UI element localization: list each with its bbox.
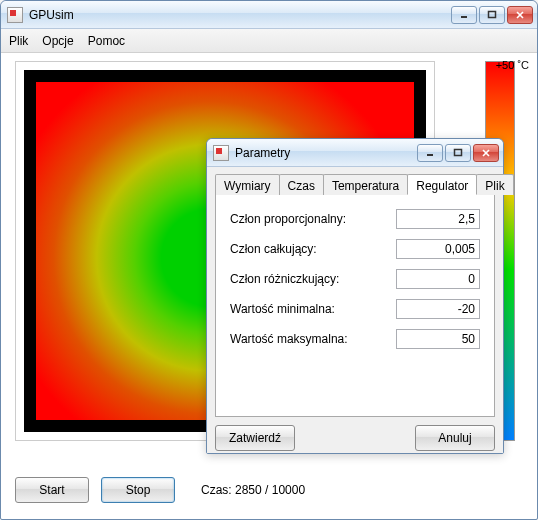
svg-rect-5	[455, 149, 462, 155]
tab-regulator[interactable]: Regulator	[407, 174, 477, 195]
tab-bar: Wymiary Czas Temperatura Regulator Plik	[215, 173, 495, 195]
input-proportional[interactable]	[396, 209, 480, 229]
app-icon	[7, 7, 23, 23]
tab-file[interactable]: Plik	[476, 174, 513, 195]
svg-rect-1	[489, 11, 496, 17]
label-proportional: Człon proporcjonalny:	[230, 212, 346, 226]
confirm-button[interactable]: Zatwierdź	[215, 425, 295, 451]
main-title: GPUsim	[29, 8, 451, 22]
minimize-button[interactable]	[451, 6, 477, 24]
dialog-icon	[213, 145, 229, 161]
maximize-button[interactable]	[479, 6, 505, 24]
tab-time[interactable]: Czas	[279, 174, 324, 195]
menu-options[interactable]: Opcje	[42, 34, 73, 48]
time-counter: Czas: 2850 / 10000	[201, 483, 305, 497]
label-max: Wartość maksymalna:	[230, 332, 348, 346]
dialog-titlebar[interactable]: Parametry	[207, 139, 503, 167]
menu-file[interactable]: Plik	[9, 34, 28, 48]
dialog-title: Parametry	[235, 146, 417, 160]
legend-top-label: +50 ˚C	[496, 59, 529, 71]
menubar: Plik Opcje Pomoc	[1, 29, 537, 53]
input-integral[interactable]	[396, 239, 480, 259]
tab-dimensions[interactable]: Wymiary	[215, 174, 280, 195]
parameters-dialog: Parametry Wymiary Czas Temperatura Regul…	[206, 138, 504, 454]
cancel-button[interactable]: Anuluj	[415, 425, 495, 451]
dialog-maximize-button[interactable]	[445, 144, 471, 162]
dialog-minimize-button[interactable]	[417, 144, 443, 162]
main-titlebar[interactable]: GPUsim	[1, 1, 537, 29]
input-max[interactable]	[396, 329, 480, 349]
label-derivative: Człon różniczkujący:	[230, 272, 339, 286]
tab-temperature[interactable]: Temperatura	[323, 174, 408, 195]
dialog-close-button[interactable]	[473, 144, 499, 162]
close-button[interactable]	[507, 6, 533, 24]
start-button[interactable]: Start	[15, 477, 89, 503]
tab-content: Człon proporcjonalny: Człon całkujący: C…	[215, 195, 495, 417]
label-integral: Człon całkujący:	[230, 242, 317, 256]
label-min: Wartość minimalna:	[230, 302, 335, 316]
menu-help[interactable]: Pomoc	[88, 34, 125, 48]
stop-button[interactable]: Stop	[101, 477, 175, 503]
input-min[interactable]	[396, 299, 480, 319]
input-derivative[interactable]	[396, 269, 480, 289]
